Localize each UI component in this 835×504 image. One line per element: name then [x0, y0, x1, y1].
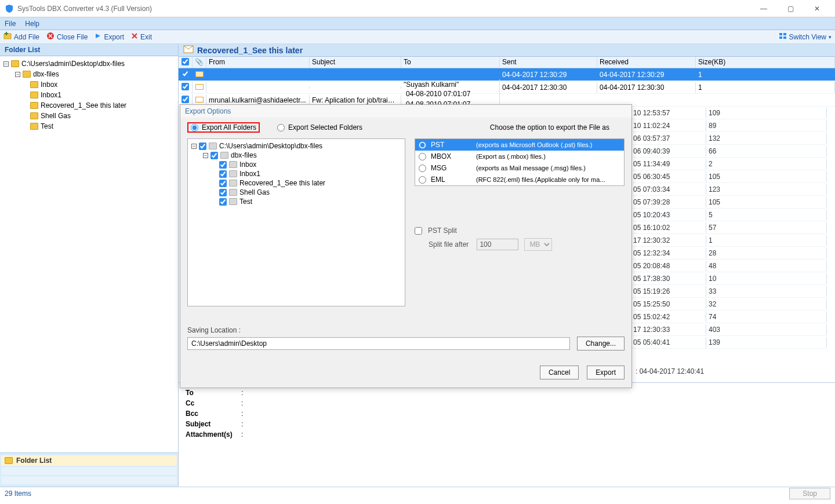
tree-item[interactable]: Test	[41, 121, 53, 132]
cancel-button[interactable]: Cancel	[540, 366, 579, 379]
dialog-export-button[interactable]: Export	[587, 366, 625, 379]
column-size[interactable]: Size(KB)	[696, 57, 835, 68]
tree-collapse-icon[interactable]: −	[203, 153, 208, 158]
tree-checkbox[interactable]	[219, 170, 227, 178]
dialog-tree-item[interactable]: Inbox1	[239, 170, 260, 178]
extra-date: : 04-04-2017 12:40:41	[631, 365, 827, 378]
split-unit-select[interactable]: MB	[524, 238, 552, 251]
format-radio[interactable]	[419, 153, 426, 160]
mail-row-partial[interactable]: 05 20:08:4848	[631, 260, 827, 272]
mail-row-partial[interactable]: 17 12:30:321	[631, 234, 827, 247]
mail-row-partial[interactable]: 05 15:02:4274	[631, 311, 827, 323]
tree-item[interactable]: Shell Gas	[41, 111, 71, 121]
row-checkbox[interactable]	[181, 96, 189, 103]
row-checkbox[interactable]	[181, 70, 189, 78]
add-file-button[interactable]: Add File	[3, 32, 39, 42]
mail-row-partial[interactable]: 10 11:02:2489	[631, 119, 827, 132]
folder-icon	[30, 102, 38, 109]
tree-item[interactable]: Recovered_1_See this later	[41, 100, 126, 111]
dialog-tree-root[interactable]: C:\Users\admin\Desktop\dbx-files	[219, 142, 322, 150]
export-button[interactable]: Export	[95, 32, 124, 41]
export-all-option[interactable]: Export All Folders	[187, 122, 260, 133]
folder-tree[interactable]: −C:\Users\admin\Desktop\dbx-files −dbx-f…	[0, 56, 178, 452]
cell-received: 10 12:53:57	[631, 108, 706, 118]
menu-file[interactable]: File	[5, 20, 16, 28]
format-option-msg[interactable]: MSG(exports as Mail message (.msg) files…	[415, 162, 624, 174]
change-button[interactable]: Change...	[577, 337, 625, 350]
switch-view-button[interactable]: Switch View ▾	[779, 32, 832, 41]
mail-row-partial[interactable]: 10 12:53:57109	[631, 107, 827, 119]
mail-row-partial[interactable]: 05 07:03:34123	[631, 183, 827, 196]
dialog-tree-item[interactable]: Recovered_1_See this later	[239, 179, 325, 187]
dialog-tree-item[interactable]: Inbox	[239, 160, 256, 169]
pst-split-checkbox[interactable]	[415, 227, 422, 235]
dialog-folder-tree[interactable]: −C:\Users\admin\Desktop\dbx-files −dbx-f…	[187, 138, 405, 306]
dialog-tree-item[interactable]: Shell Gas	[239, 188, 270, 196]
column-from[interactable]: From	[206, 57, 310, 68]
maximize-button[interactable]: ▢	[777, 0, 804, 17]
tree-checkbox[interactable]	[219, 180, 227, 187]
exit-button[interactable]: Exit	[131, 32, 152, 41]
format-option-mbox[interactable]: MBOX(Export as (.mbox) files.)	[415, 151, 624, 162]
format-option-pst[interactable]: PST(exports as Microsoft Outlook (.pst) …	[415, 139, 624, 151]
dialog-tree-item[interactable]: Test	[239, 198, 252, 206]
mail-row-partial[interactable]: 05 12:32:3428	[631, 247, 827, 260]
tree-item[interactable]: Inbox1	[41, 90, 61, 100]
column-to[interactable]: To	[401, 57, 500, 68]
tree-root[interactable]: C:\Users\admin\Desktop\dbx-files	[21, 59, 125, 69]
column-received[interactable]: Received	[597, 57, 696, 68]
mail-row[interactable]: 04-04-2017 12:30:3004-04-2017 12:30:301	[179, 81, 835, 94]
mail-row-partial[interactable]: 05 17:38:3010	[631, 272, 827, 285]
mail-row-partial[interactable]: 05 16:10:0257	[631, 221, 827, 234]
select-all-checkbox[interactable]	[181, 58, 189, 65]
export-all-radio[interactable]	[191, 124, 198, 132]
mail-grid-body[interactable]: 04-04-2017 12:30:2904-04-2017 12:30:2910…	[179, 68, 835, 107]
minimize-button[interactable]: —	[750, 0, 777, 17]
export-selected-option[interactable]: Export Selected Folders	[274, 122, 366, 133]
tree-dbx[interactable]: dbx-files	[33, 69, 59, 79]
mail-row-partial[interactable]: 05 10:20:435	[631, 209, 827, 221]
cell-received: 05 06:30:45	[631, 171, 706, 182]
close-button[interactable]: ✕	[804, 0, 830, 17]
format-option-eml[interactable]: EML(RFC 822(.eml) files.(Applicable only…	[415, 174, 624, 185]
mail-row-partial[interactable]: 05 11:34:492	[631, 158, 827, 170]
format-radio[interactable]	[419, 141, 426, 149]
tree-collapse-icon[interactable]: −	[3, 61, 9, 67]
menu-help[interactable]: Help	[25, 20, 39, 28]
attachment-column-icon[interactable]: 📎	[193, 57, 206, 68]
saving-location-label: Saving Location :	[187, 326, 625, 334]
mail-row-partial[interactable]: 05 15:25:5032	[631, 298, 827, 311]
folder-icon	[229, 170, 237, 177]
tree-collapse-icon[interactable]: −	[15, 72, 20, 77]
sidebar-footer-button[interactable]: Folder List	[1, 455, 177, 466]
tree-item[interactable]: Inbox	[41, 79, 57, 90]
format-radio[interactable]	[419, 165, 426, 172]
tree-checkbox[interactable]	[210, 152, 218, 159]
stop-button[interactable]: Stop	[789, 488, 830, 499]
mail-row-partial[interactable]: 05 15:19:2633	[631, 285, 827, 298]
column-sent[interactable]: Sent	[500, 57, 597, 68]
export-selected-radio[interactable]	[277, 124, 285, 132]
mail-row-partial[interactable]: 06 09:40:3966	[631, 145, 827, 158]
tree-collapse-icon[interactable]: −	[191, 144, 197, 149]
tree-checkbox[interactable]	[219, 189, 227, 196]
column-subject[interactable]: Subject	[310, 57, 401, 68]
format-radio[interactable]	[419, 176, 426, 184]
dialog-tree-dbx[interactable]: dbx-files	[231, 151, 257, 159]
split-value-input[interactable]	[477, 239, 518, 250]
saving-path-input[interactable]	[187, 337, 570, 350]
tree-checkbox[interactable]	[219, 161, 227, 169]
mail-row-partial[interactable]: 06 03:57:37132	[631, 132, 827, 145]
mail-row[interactable]: 04-04-2017 12:30:2904-04-2017 12:30:291	[179, 68, 835, 81]
row-checkbox[interactable]	[181, 83, 189, 90]
cell-size: 1	[706, 235, 827, 246]
tree-checkbox[interactable]	[199, 143, 206, 150]
mail-row-partial[interactable]: 17 12:30:33403	[631, 323, 827, 336]
close-file-button[interactable]: Close File	[46, 32, 88, 42]
mail-row-partial[interactable]: 05 05:40:41139	[631, 336, 827, 349]
folder-icon	[30, 123, 38, 130]
mail-row-partial[interactable]: 05 06:30:45105	[631, 170, 827, 183]
mail-row-partial[interactable]: 05 07:39:28105	[631, 196, 827, 209]
export-label: Export	[104, 33, 124, 41]
tree-checkbox[interactable]	[219, 198, 227, 206]
